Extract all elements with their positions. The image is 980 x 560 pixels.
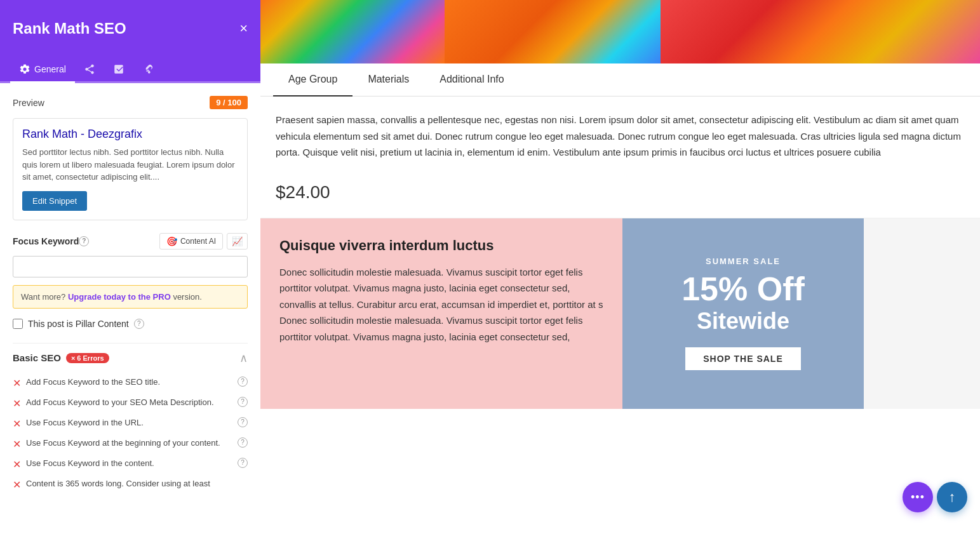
content-ai-button[interactable]: 🎯 Content AI (159, 233, 223, 250)
preview-box: Rank Math - Deezgrafix Sed porttitor lec… (13, 118, 248, 220)
seo-help-icon-5[interactable]: ? (238, 458, 248, 468)
edit-snippet-button[interactable]: Edit Snippet (22, 191, 87, 211)
product-image-1 (260, 0, 445, 63)
error-icon-4: ✕ (13, 438, 21, 450)
preview-label: Preview (13, 98, 44, 108)
float-arrow-button[interactable]: ↑ (937, 482, 967, 512)
seo-item: ✕ Use Focus Keyword at the beginning of … (13, 434, 248, 454)
tab-social[interactable] (75, 57, 104, 83)
upgrade-notice: Want more? Upgrade today to the PRO vers… (13, 285, 248, 309)
seo-item-text-2: Add Focus Keyword to your SEO Meta Descr… (26, 397, 232, 408)
panel-header: Rank Math SEO × (0, 0, 260, 57)
upgrade-suffix: version. (173, 292, 202, 302)
focus-keyword-help-icon[interactable]: ? (79, 236, 89, 246)
content-ai-icon: 🎯 (166, 236, 177, 246)
keyword-actions: 🎯 Content AI 📈 (159, 233, 248, 250)
seo-item: ✕ Add Focus Keyword to your SEO Meta Des… (13, 393, 248, 413)
seo-item: ✕ Use Focus Keyword in the content. ? (13, 454, 248, 474)
panel-tabs: General (0, 57, 260, 83)
panel-close-button[interactable]: × (239, 22, 248, 36)
preview-title-link[interactable]: Rank Math - Deezgrafix (22, 128, 238, 141)
tab-advanced[interactable] (133, 57, 163, 83)
social-icon (84, 63, 95, 75)
seo-item: ✕ Use Focus Keyword in the URL. ? (13, 413, 248, 434)
pillar-label: This post is Pillar Content (28, 319, 129, 329)
content-ai-label: Content AI (180, 237, 216, 246)
tab-additional-info[interactable]: Additional Info (424, 63, 519, 97)
panel-title: Rank Math SEO (13, 20, 126, 37)
product-description: Praesent sapien massa, convallis a pelle… (260, 97, 980, 176)
rank-math-panel: Rank Math SEO × General Preview 9 / 100 … (0, 0, 260, 560)
error-badge: × 6 Errors (66, 353, 109, 363)
product-image-2 (445, 0, 661, 63)
pillar-help-icon[interactable]: ? (134, 319, 144, 329)
collapse-button[interactable]: ∧ (239, 351, 248, 365)
schema-icon (113, 63, 124, 75)
error-icon-5: ✕ (13, 458, 21, 470)
tab-general-label: General (34, 64, 66, 74)
focus-keyword-input[interactable] (13, 256, 248, 277)
promo-text: Donec sollicitudin molestie malesuada. V… (279, 264, 603, 345)
seo-items-list: ✕ Add Focus Keyword to the SEO title. ? … (13, 373, 248, 495)
error-icon-6: ✕ (13, 479, 21, 491)
sale-sitewide: Sitewide (697, 308, 789, 335)
upgrade-text: Want more? (21, 292, 65, 302)
pillar-row: This post is Pillar Content ? (13, 319, 248, 329)
seo-item-text-1: Add Focus Keyword to the SEO title. (26, 377, 232, 388)
float-menu-icon: ••• (911, 491, 925, 504)
advanced-icon (142, 63, 154, 75)
shop-sale-button[interactable]: SHOP THE SALE (685, 347, 801, 370)
content-area: Age Group Materials Additional Info Prae… (260, 0, 980, 560)
chart-button[interactable]: 📈 (227, 233, 248, 250)
seo-item-text-3: Use Focus Keyword in the URL. (26, 417, 232, 429)
tab-general[interactable]: General (10, 57, 75, 83)
sale-label: SUMMER SALE (706, 257, 781, 266)
preview-description: Sed porttitor lectus nibh. Sed porttitor… (22, 146, 238, 183)
seo-item-text-4: Use Focus Keyword at the beginning of yo… (26, 437, 232, 449)
seo-item: ✕ Add Focus Keyword to the SEO title. ? (13, 373, 248, 393)
seo-item-text-5: Use Focus Keyword in the content. (26, 458, 232, 469)
tab-materials[interactable]: Materials (352, 63, 424, 97)
seo-item: ✕ Content is 365 words long. Consider us… (13, 474, 248, 495)
seo-item-text-6: Content is 365 words long. Consider usin… (26, 478, 248, 490)
float-arrow-icon: ↑ (949, 489, 956, 505)
preview-score: 9 / 100 (210, 96, 248, 109)
error-icon-3: ✕ (13, 418, 21, 430)
remaining-space (864, 218, 980, 409)
seo-help-icon-2[interactable]: ? (238, 397, 248, 407)
blue-promo-section: SUMMER SALE 15% Off Sitewide SHOP THE SA… (622, 218, 864, 409)
panel-body: Preview 9 / 100 Rank Math - Deezgrafix S… (0, 83, 260, 560)
bottom-content: Quisque viverra interdum luctus Donec so… (260, 218, 980, 409)
promo-heading: Quisque viverra interdum luctus (279, 237, 603, 254)
gear-icon (19, 63, 30, 75)
images-strip (260, 0, 980, 63)
upgrade-link[interactable]: Upgrade today to the PRO (68, 292, 171, 302)
seo-help-icon-1[interactable]: ? (238, 377, 248, 387)
seo-help-icon-3[interactable]: ? (238, 417, 248, 427)
basic-seo-header[interactable]: Basic SEO × 6 Errors ∧ (13, 343, 248, 373)
preview-header: Preview 9 / 100 (13, 96, 248, 109)
tab-age-group[interactable]: Age Group (273, 63, 352, 97)
tab-schema[interactable] (104, 57, 133, 83)
error-icon-2: ✕ (13, 397, 21, 410)
seo-help-icon-4[interactable]: ? (238, 437, 248, 448)
error-icon-1: ✕ (13, 377, 21, 389)
basic-seo-title: Basic SEO (13, 352, 61, 363)
sale-percent: 15% Off (681, 271, 805, 307)
pillar-checkbox[interactable] (13, 319, 23, 329)
product-price: $24.00 (260, 176, 980, 218)
float-menu-button[interactable]: ••• (903, 482, 933, 512)
product-tabs: Age Group Materials Additional Info (260, 63, 980, 97)
focus-keyword-section: Focus Keyword ? 🎯 Content AI 📈 (13, 233, 248, 250)
focus-keyword-label: Focus Keyword (13, 236, 79, 246)
product-image-3 (661, 0, 980, 63)
pink-promo-section: Quisque viverra interdum luctus Donec so… (260, 218, 622, 409)
